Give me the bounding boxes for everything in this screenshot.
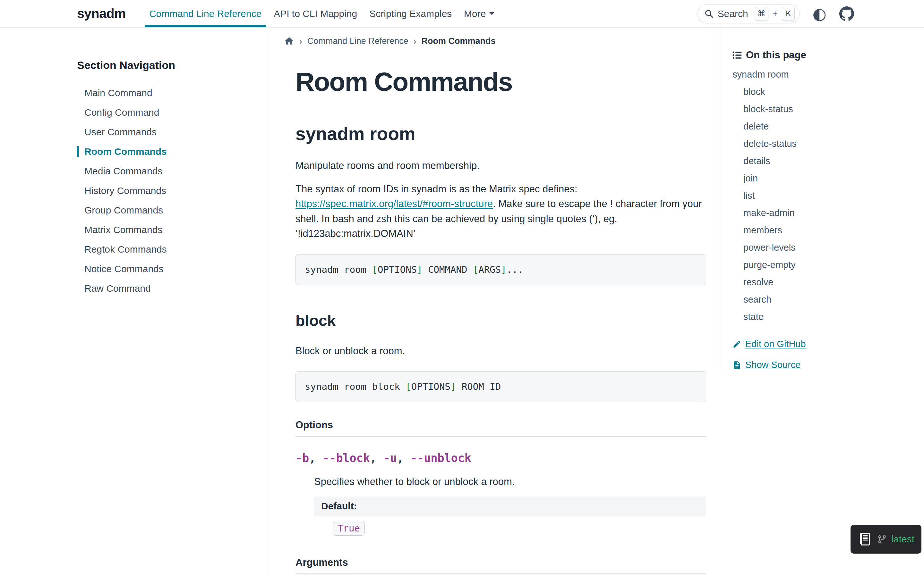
nav-label: Scripting Examples xyxy=(369,8,452,19)
pencil-icon xyxy=(732,340,741,349)
section-navigation-sidebar: Section Navigation Main Command Config C… xyxy=(0,27,268,577)
code-text: synadm room xyxy=(305,264,372,275)
sidebar-item-matrix-commands[interactable]: Matrix Commands xyxy=(77,224,258,235)
toc-item-resolve[interactable]: resolve xyxy=(732,277,918,287)
sidebar-title: Section Navigation xyxy=(77,59,258,71)
section-heading-block: block xyxy=(296,312,706,330)
toc-item-search[interactable]: search xyxy=(732,294,918,305)
syntax-paragraph: The syntax of room IDs in synadm is as t… xyxy=(296,182,706,242)
toc-title-label: On this page xyxy=(746,49,806,61)
nav-label: More xyxy=(464,8,486,19)
breadcrumb-link-command-line-reference[interactable]: Command Line Reference xyxy=(307,36,409,46)
version-label: latest xyxy=(891,534,914,545)
breadcrumb-separator: › xyxy=(299,35,302,47)
toc-inner: On this page synadm room block block-sta… xyxy=(720,27,924,370)
github-icon[interactable] xyxy=(839,6,854,21)
toc-item-join[interactable]: join xyxy=(732,173,918,184)
show-source-link[interactable]: Show Source xyxy=(732,359,918,370)
matrix-spec-link[interactable]: https://spec.matrix.org/latest/#room-str… xyxy=(296,198,493,210)
sig-separator: , xyxy=(397,452,410,464)
toc-item-members[interactable]: members xyxy=(732,225,918,235)
chevron-down-icon xyxy=(489,12,494,15)
toc-item-make-admin[interactable]: make-admin xyxy=(732,208,918,218)
sidebar-item-config-command[interactable]: Config Command xyxy=(77,107,258,118)
article: Room Commands synadm room Manipulate roo… xyxy=(296,67,706,577)
toc-item-delete-status[interactable]: delete-status xyxy=(732,139,918,149)
sidebar-item-main-command[interactable]: Main Command xyxy=(77,87,258,98)
sidebar-nav-list: Main Command Config Command User Command… xyxy=(77,87,258,294)
edit-on-github-link[interactable]: Edit on GitHub xyxy=(732,339,918,350)
page-title: Room Commands xyxy=(296,67,706,97)
edit-link-label: Edit on GitHub xyxy=(745,339,806,350)
block-code: synadm room block [OPTIONS] ROOM_ID xyxy=(305,381,501,392)
usage-code: synadm room [OPTIONS] COMMAND [ARGS]... xyxy=(305,264,523,275)
syntax-text: The syntax of room IDs in synadm is as t… xyxy=(296,183,577,195)
option-name: -b xyxy=(296,452,309,464)
code-bracket: ] xyxy=(451,381,456,392)
default-field-row: Default: xyxy=(314,496,706,516)
option-name: --unblock xyxy=(410,452,471,464)
readthedocs-version-badge[interactable]: latest xyxy=(851,525,921,554)
book-icon xyxy=(858,532,872,546)
sidebar-item-media-commands[interactable]: Media Commands xyxy=(77,166,258,177)
toc-title: On this page xyxy=(732,49,918,61)
code-text: ROOM_ID xyxy=(456,381,501,392)
default-label: Default: xyxy=(321,501,357,511)
toc-item-delete[interactable]: delete xyxy=(732,121,918,132)
toc-item-list[interactable]: list xyxy=(732,190,918,201)
sidebar-item-user-commands[interactable]: User Commands xyxy=(77,127,258,137)
site-logo[interactable]: synadm xyxy=(77,6,126,21)
toc-item-power-levels[interactable]: power-levels xyxy=(732,242,918,253)
sidebar-item-room-commands[interactable]: Room Commands xyxy=(77,146,258,157)
nav-scripting-examples[interactable]: Scripting Examples xyxy=(363,0,458,27)
code-bracket: [ xyxy=(405,381,411,392)
nav-label: Command Line Reference xyxy=(149,8,262,19)
breadcrumb: › Command Line Reference › Room Commands xyxy=(284,36,706,46)
code-text: synadm room block xyxy=(305,381,405,392)
breadcrumb-current: Room Commands xyxy=(422,36,496,46)
default-value-chip: True xyxy=(333,521,365,536)
code-bracket: [ xyxy=(473,264,478,275)
toc-item-block-status[interactable]: block-status xyxy=(732,104,918,114)
home-icon[interactable] xyxy=(284,36,294,46)
sig-separator: , xyxy=(309,452,322,464)
option-name: --block xyxy=(322,452,370,464)
code-bracket: ] xyxy=(501,264,506,275)
search-button[interactable]: Search ⌘ + K xyxy=(698,4,800,23)
sidebar-item-history-commands[interactable]: History Commands xyxy=(77,185,258,196)
sidebar-item-raw-command[interactable]: Raw Command xyxy=(77,283,258,294)
block-description: Block or unblock a room. xyxy=(296,343,706,359)
nav-label: API to CLI Mapping xyxy=(274,8,357,19)
toc-item-purge-empty[interactable]: purge-empty xyxy=(732,259,918,270)
sidebar-item-regtok-commands[interactable]: Regtok Commands xyxy=(77,244,258,255)
sig-separator: , xyxy=(370,452,383,464)
intro-paragraph: Manipulate rooms and room membership. xyxy=(296,158,706,173)
theme-toggle-icon[interactable]: ◐ xyxy=(813,6,827,22)
header-actions: Search ⌘ + K ◐ xyxy=(698,4,854,23)
toc-item-synadm-room[interactable]: synadm room xyxy=(732,69,918,80)
source-link-label: Show Source xyxy=(745,359,801,370)
sidebar-item-group-commands[interactable]: Group Commands xyxy=(77,205,258,216)
list-icon xyxy=(732,51,742,60)
arguments-rubric: Arguments xyxy=(296,557,706,574)
main-content: › Command Line Reference › Room Commands… xyxy=(268,27,720,577)
code-bracket: ] xyxy=(417,264,422,275)
git-branch-icon xyxy=(877,535,887,544)
document-icon xyxy=(732,361,741,370)
search-icon xyxy=(704,9,714,19)
sidebar-item-notice-commands[interactable]: Notice Commands xyxy=(77,263,258,274)
code-text: OPTIONS xyxy=(411,381,451,392)
usage-code-block: synadm room [OPTIONS] COMMAND [ARGS]... xyxy=(296,254,706,285)
nav-command-line-reference[interactable]: Command Line Reference xyxy=(143,0,268,27)
nav-api-to-cli-mapping[interactable]: API to CLI Mapping xyxy=(268,0,363,27)
kbd-cmd: ⌘ xyxy=(754,7,768,21)
code-bracket: [ xyxy=(372,264,378,275)
toc-item-state[interactable]: state xyxy=(732,311,918,322)
toc-item-block[interactable]: block xyxy=(732,87,918,97)
toc-list: synadm room block block-status delete de… xyxy=(732,69,918,322)
nav-more-dropdown[interactable]: More xyxy=(458,0,501,27)
toc-item-details[interactable]: details xyxy=(732,156,918,166)
options-rubric: Options xyxy=(296,419,706,437)
option-signature: -b, --block, -u, --unblock xyxy=(296,452,706,464)
page-body: Section Navigation Main Command Config C… xyxy=(0,27,924,577)
